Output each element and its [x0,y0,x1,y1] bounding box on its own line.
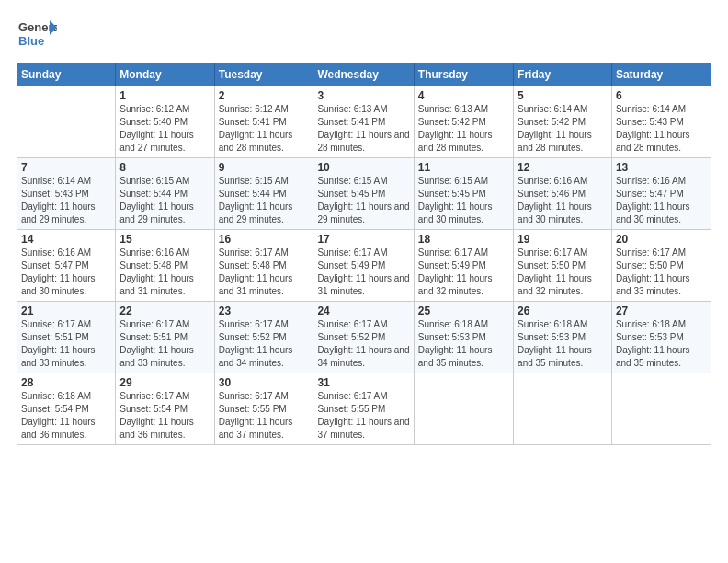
day-number: 2 [219,89,310,102]
day-number: 13 [616,161,707,174]
day-info: Sunrise: 6:18 AM Sunset: 5:54 PM Dayligh… [21,390,111,442]
calendar-cell: 12Sunrise: 6:16 AM Sunset: 5:46 PM Dayli… [514,158,612,230]
day-number: 19 [518,233,608,246]
day-number: 24 [317,304,409,317]
day-info: Sunrise: 6:12 AM Sunset: 5:41 PM Dayligh… [219,103,310,155]
day-number: 31 [317,376,409,389]
calendar-cell: 14Sunrise: 6:16 AM Sunset: 5:47 PM Dayli… [17,230,116,302]
calendar-cell [414,373,513,445]
day-number: 3 [317,89,409,102]
day-number: 7 [21,161,111,174]
day-info: Sunrise: 6:17 AM Sunset: 5:52 PM Dayligh… [317,318,409,370]
calendar-cell: 8Sunrise: 6:15 AM Sunset: 5:44 PM Daylig… [116,158,214,230]
day-number: 25 [418,304,509,317]
day-info: Sunrise: 6:17 AM Sunset: 5:50 PM Dayligh… [518,247,608,298]
calendar-cell: 4Sunrise: 6:13 AM Sunset: 5:42 PM Daylig… [414,86,513,158]
calendar-cell: 16Sunrise: 6:17 AM Sunset: 5:48 PM Dayli… [214,230,313,302]
day-info: Sunrise: 6:14 AM Sunset: 5:43 PM Dayligh… [616,103,707,155]
day-info: Sunrise: 6:16 AM Sunset: 5:47 PM Dayligh… [21,247,111,298]
day-info: Sunrise: 6:13 AM Sunset: 5:42 PM Dayligh… [418,103,509,155]
calendar-cell: 21Sunrise: 6:17 AM Sunset: 5:51 PM Dayli… [17,302,116,373]
day-number: 4 [418,89,509,102]
calendar-cell: 27Sunrise: 6:18 AM Sunset: 5:53 PM Dayli… [611,302,711,373]
day-info: Sunrise: 6:16 AM Sunset: 5:46 PM Dayligh… [518,175,608,226]
logo-icon: General Blue [17,15,57,55]
day-info: Sunrise: 6:16 AM Sunset: 5:47 PM Dayligh… [616,175,707,226]
calendar-cell: 19Sunrise: 6:17 AM Sunset: 5:50 PM Dayli… [514,230,612,302]
calendar-cell: 23Sunrise: 6:17 AM Sunset: 5:52 PM Dayli… [214,302,313,373]
day-info: Sunrise: 6:17 AM Sunset: 5:52 PM Dayligh… [219,318,310,370]
day-info: Sunrise: 6:17 AM Sunset: 5:51 PM Dayligh… [119,318,210,370]
day-header-tuesday: Tuesday [214,63,313,86]
calendar-cell [514,373,612,445]
calendar-cell: 30Sunrise: 6:17 AM Sunset: 5:55 PM Dayli… [214,373,313,445]
day-number: 23 [219,304,310,317]
day-info: Sunrise: 6:17 AM Sunset: 5:55 PM Dayligh… [219,390,310,442]
day-header-row: SundayMondayTuesdayWednesdayThursdayFrid… [17,63,711,86]
calendar-cell [611,373,711,445]
day-header-saturday: Saturday [611,63,711,86]
day-number: 12 [518,161,608,174]
calendar-cell: 28Sunrise: 6:18 AM Sunset: 5:54 PM Dayli… [17,373,116,445]
day-number: 1 [119,89,210,102]
day-number: 11 [418,161,509,174]
day-number: 10 [317,161,409,174]
day-header-friday: Friday [514,63,612,86]
calendar-cell: 13Sunrise: 6:16 AM Sunset: 5:47 PM Dayli… [611,158,711,230]
calendar-cell: 11Sunrise: 6:15 AM Sunset: 5:45 PM Dayli… [414,158,513,230]
day-number: 14 [21,233,111,246]
day-header-sunday: Sunday [17,63,116,86]
day-info: Sunrise: 6:18 AM Sunset: 5:53 PM Dayligh… [518,318,608,370]
week-row-4: 21Sunrise: 6:17 AM Sunset: 5:51 PM Dayli… [17,302,711,373]
day-number: 30 [219,376,310,389]
day-info: Sunrise: 6:15 AM Sunset: 5:45 PM Dayligh… [317,175,409,226]
calendar-cell: 10Sunrise: 6:15 AM Sunset: 5:45 PM Dayli… [313,158,414,230]
day-number: 17 [317,233,409,246]
day-info: Sunrise: 6:18 AM Sunset: 5:53 PM Dayligh… [418,318,509,370]
calendar-cell: 31Sunrise: 6:17 AM Sunset: 5:55 PM Dayli… [313,373,414,445]
calendar-page: General Blue SundayMondayTuesdayWednesda… [0,0,728,563]
day-number: 18 [418,233,509,246]
calendar-cell: 22Sunrise: 6:17 AM Sunset: 5:51 PM Dayli… [116,302,214,373]
svg-text:Blue: Blue [18,34,44,48]
day-number: 29 [119,376,210,389]
day-info: Sunrise: 6:17 AM Sunset: 5:55 PM Dayligh… [317,390,409,442]
calendar-cell: 1Sunrise: 6:12 AM Sunset: 5:40 PM Daylig… [116,86,214,158]
day-info: Sunrise: 6:17 AM Sunset: 5:50 PM Dayligh… [616,247,707,298]
calendar-cell: 20Sunrise: 6:17 AM Sunset: 5:50 PM Dayli… [611,230,711,302]
calendar-cell: 6Sunrise: 6:14 AM Sunset: 5:43 PM Daylig… [611,86,711,158]
day-number: 15 [119,233,210,246]
calendar-cell: 15Sunrise: 6:16 AM Sunset: 5:48 PM Dayli… [116,230,214,302]
day-header-wednesday: Wednesday [313,63,414,86]
calendar-cell: 26Sunrise: 6:18 AM Sunset: 5:53 PM Dayli… [514,302,612,373]
day-info: Sunrise: 6:15 AM Sunset: 5:44 PM Dayligh… [119,175,210,226]
day-number: 21 [21,304,111,317]
day-header-monday: Monday [116,63,214,86]
week-row-5: 28Sunrise: 6:18 AM Sunset: 5:54 PM Dayli… [17,373,711,445]
day-info: Sunrise: 6:18 AM Sunset: 5:53 PM Dayligh… [616,318,707,370]
day-number: 6 [616,89,707,102]
calendar-cell: 24Sunrise: 6:17 AM Sunset: 5:52 PM Dayli… [313,302,414,373]
day-info: Sunrise: 6:17 AM Sunset: 5:48 PM Dayligh… [219,247,310,298]
calendar-cell: 7Sunrise: 6:14 AM Sunset: 5:43 PM Daylig… [17,158,116,230]
calendar-cell: 2Sunrise: 6:12 AM Sunset: 5:41 PM Daylig… [214,86,313,158]
logo: General Blue [17,15,57,55]
day-number: 26 [518,304,608,317]
day-info: Sunrise: 6:13 AM Sunset: 5:41 PM Dayligh… [317,103,409,155]
calendar-cell: 5Sunrise: 6:14 AM Sunset: 5:42 PM Daylig… [514,86,612,158]
day-info: Sunrise: 6:17 AM Sunset: 5:49 PM Dayligh… [317,247,409,298]
day-info: Sunrise: 6:14 AM Sunset: 5:43 PM Dayligh… [21,175,111,226]
calendar-cell: 17Sunrise: 6:17 AM Sunset: 5:49 PM Dayli… [313,230,414,302]
calendar-cell: 3Sunrise: 6:13 AM Sunset: 5:41 PM Daylig… [313,86,414,158]
day-number: 9 [219,161,310,174]
day-number: 20 [616,233,707,246]
day-number: 8 [119,161,210,174]
calendar-cell: 18Sunrise: 6:17 AM Sunset: 5:49 PM Dayli… [414,230,513,302]
week-row-2: 7Sunrise: 6:14 AM Sunset: 5:43 PM Daylig… [17,158,711,230]
day-info: Sunrise: 6:14 AM Sunset: 5:42 PM Dayligh… [518,103,608,155]
day-number: 28 [21,376,111,389]
calendar-cell [17,86,116,158]
week-row-3: 14Sunrise: 6:16 AM Sunset: 5:47 PM Dayli… [17,230,711,302]
day-info: Sunrise: 6:15 AM Sunset: 5:44 PM Dayligh… [219,175,310,226]
day-info: Sunrise: 6:17 AM Sunset: 5:49 PM Dayligh… [418,247,509,298]
